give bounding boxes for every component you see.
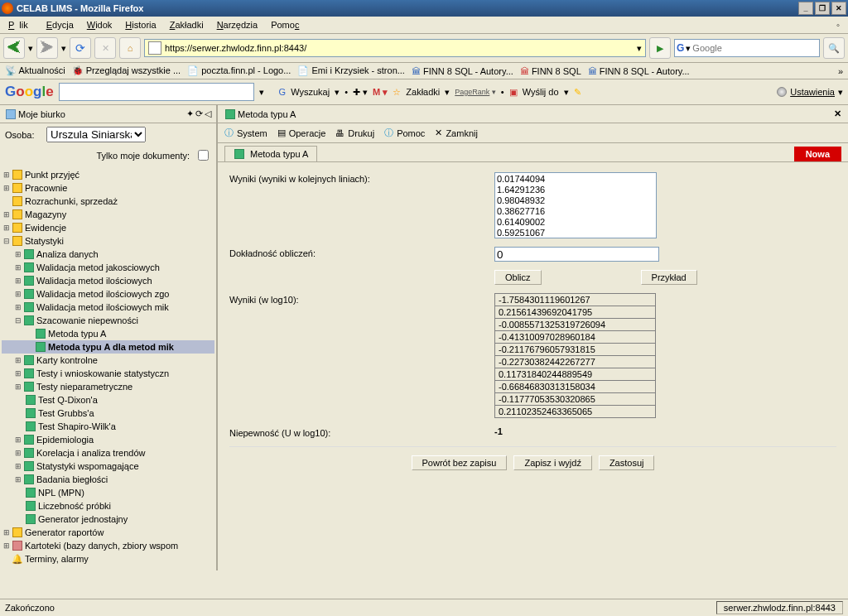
tree-statwsp[interactable]: Statystyki wspomagające <box>36 461 139 471</box>
tree-liczebnosc[interactable]: Liczebność próbki <box>38 501 111 511</box>
google-plus-icon[interactable]: ✚ ▾ <box>353 87 368 98</box>
bookmark-aktualnosci[interactable]: 📡 Aktualności <box>5 65 65 76</box>
oblicz-button[interactable]: Oblicz <box>494 270 542 285</box>
osoba-select[interactable]: Urszula Siniarska <box>46 127 146 142</box>
menu-narzedzia[interactable]: Narzędzia <box>212 18 263 31</box>
tree-metoda-a[interactable]: Metoda typu A <box>48 329 106 339</box>
tree-korelacja[interactable]: Korelacja i analiza trendów <box>36 448 145 458</box>
tylko-moje-label: Tylko moje dokumenty: <box>97 151 190 161</box>
menu-operacje[interactable]: ▤Operacje <box>277 128 326 138</box>
bookmarks-overflow-icon[interactable]: » <box>838 66 843 76</box>
tree-epi[interactable]: Epidemiologia <box>36 435 94 445</box>
bookmark-poczta[interactable]: 📄 poczta.finn.pl - Logo... <box>187 65 291 76</box>
przyklad-button[interactable]: Przykład <box>641 270 697 285</box>
settings-icon[interactable] <box>777 87 787 97</box>
tylko-moje-checkbox[interactable] <box>198 150 209 161</box>
tree-karty[interactable]: Karty kontrolne <box>36 355 98 365</box>
menu-more-icon[interactable]: ◦ <box>831 18 845 31</box>
bookmark-finn2[interactable]: 🏛 FINN 8 SQL <box>520 66 581 76</box>
sidebar-action2-icon[interactable]: ⟳ <box>195 108 203 119</box>
google-search-dropdown[interactable]: ▾ <box>259 87 264 98</box>
bookmark-przegladaj[interactable]: 🐞 Przeglądaj wszystkie ... <box>72 65 181 76</box>
tree-magazyny[interactable]: Magazyny <box>25 209 66 219</box>
google-search-icon[interactable]: G <box>279 87 287 97</box>
tree-ewidencje[interactable]: Ewidencje <box>25 223 66 233</box>
tree-badania[interactable]: Badania biegłości <box>36 474 108 484</box>
nowa-button[interactable]: Nowa <box>794 147 841 161</box>
tree-metoda-a-mik[interactable]: Metoda typu A dla metod mik <box>48 342 174 352</box>
go-button[interactable]: ▶ <box>649 37 671 59</box>
tree-grubbs[interactable]: Test Grubbs'a <box>38 408 94 418</box>
tree-kartoteki[interactable]: Kartoteki (bazy danych, zbiory wspom <box>25 541 178 551</box>
search-go-button[interactable]: 🔍 <box>823 37 845 59</box>
menu-system[interactable]: ⓘSystem <box>224 127 267 139</box>
wyszukaj-dropdown[interactable]: ▾ <box>335 87 340 98</box>
google-zakladki[interactable]: Zakładki <box>406 87 440 97</box>
tree-walidilos[interactable]: Walidacja metod ilościowych <box>36 276 152 286</box>
zapisz-button[interactable]: Zapisz i wyjdź <box>513 455 591 470</box>
content-close-icon[interactable]: ✕ <box>834 108 841 119</box>
tree-generator[interactable]: Generator jednostajny <box>38 514 128 524</box>
minimize-button[interactable]: _ <box>798 2 813 15</box>
sidebar-collapse-icon[interactable]: ◁ <box>205 108 211 119</box>
zakladki-dropdown[interactable]: ▾ <box>445 87 450 98</box>
bookmark-emi[interactable]: 📄 Emi i Krzysiek - stron... <box>297 65 405 76</box>
tree-terminy[interactable]: Terminy, alarmy <box>25 554 89 564</box>
back-dropdown[interactable]: ▾ <box>28 43 33 54</box>
google-wyszukaj[interactable]: Wyszukaj <box>291 87 330 97</box>
google-ustawienia[interactable]: Ustawienia <box>790 87 835 97</box>
maximize-button[interactable]: ❐ <box>815 2 830 15</box>
url-dropdown-icon[interactable]: ▾ <box>637 43 642 54</box>
wyniki-textarea[interactable]: 0.01744094 1.64291236 0.98048932 0.38627… <box>494 172 657 238</box>
dokladnosc-input[interactable] <box>494 247 659 262</box>
tree-walidilosm[interactable]: Walidacja metod ilościowych mik <box>36 302 169 312</box>
tree-rozrachunki[interactable]: Rozrachunki, sprzedaż <box>25 196 118 206</box>
back-button[interactable]: ⮜ <box>3 37 25 59</box>
google-star-icon[interactable]: ☆ <box>393 87 401 98</box>
menu-pomoc[interactable]: ⓘPomoc <box>384 127 425 139</box>
menu-zakladki[interactable]: Zakładki <box>165 18 209 31</box>
tree-dixon[interactable]: Test Q-Dixon'a <box>38 395 98 405</box>
sidebar-action1-icon[interactable]: ✦ <box>186 108 194 119</box>
pagerank-label[interactable]: PageRank <box>455 88 489 96</box>
google-wyslij[interactable]: Wyślij do <box>523 87 559 97</box>
menu-pomoc[interactable]: Pomoc <box>266 18 304 31</box>
menu-plik[interactable]: Plik <box>3 18 38 31</box>
reload-button[interactable]: ⟳ <box>70 37 91 59</box>
powrot-button[interactable]: Powrót bez zapisu <box>412 455 508 470</box>
url-bar[interactable]: https://serwer.zhwlodz.finn.pl:8443/ ▾ <box>144 39 646 57</box>
gmail-icon[interactable]: M ▾ <box>373 87 388 98</box>
zastosuj-button[interactable]: Zastosuj <box>599 455 655 470</box>
menu-drukuj[interactable]: 🖶Drukuj <box>335 128 374 138</box>
tree-testynp[interactable]: Testy nieparametryczne <box>36 382 132 392</box>
tree-analiza[interactable]: Analiza danych <box>36 249 99 259</box>
tree-walidjak[interactable]: Walidacja metod jakosciowych <box>36 262 160 272</box>
close-button[interactable]: ✕ <box>831 2 846 15</box>
tree-generatorr[interactable]: Generator raportów <box>25 527 104 537</box>
content-icon <box>224 109 236 119</box>
menu-edycja[interactable]: Edycja <box>41 18 79 31</box>
tree-shapiro[interactable]: Test Shapiro-Wilk'a <box>38 421 116 431</box>
tree-statystyki[interactable]: Statystyki <box>25 236 64 246</box>
ustawienia-dropdown[interactable]: ▾ <box>838 87 843 98</box>
search-input[interactable] <box>691 42 817 54</box>
tree-szacowanie[interactable]: Szacowanie niepewności <box>36 315 138 325</box>
highlight-icon[interactable]: ✎ <box>574 87 581 98</box>
tree-punkt[interactable]: Punkt przyjęć <box>25 170 80 180</box>
tab-metoda-a[interactable]: Metoda typu A <box>224 146 317 161</box>
tree-testystat[interactable]: Testy i wnioskowanie statystyczn <box>36 368 169 378</box>
tree-pracownie[interactable]: Pracownie <box>25 183 67 193</box>
bookmark-finn1[interactable]: 🏛 FINN 8 SQL - Autory... <box>412 66 513 76</box>
wyslij-dropdown[interactable]: ▾ <box>564 87 569 98</box>
forward-dropdown[interactable]: ▾ <box>61 43 66 54</box>
home-button[interactable]: ⌂ <box>119 37 141 59</box>
nav-tree[interactable]: ⊞Punkt przyjęć ⊞Pracownie Rozrachunki, s… <box>0 166 216 570</box>
tree-walidilosz[interactable]: Walidacja metod ilościowych zgo <box>36 289 169 299</box>
menu-zamknij[interactable]: ✕Zamknij <box>435 128 478 138</box>
search-engine-icon[interactable]: G <box>677 42 684 54</box>
tree-npl[interactable]: NPL (MPN) <box>38 488 84 498</box>
menu-widok[interactable]: Widok <box>82 18 118 31</box>
bookmark-finn3[interactable]: 🏛 FINN 8 SQL - Autory... <box>588 66 690 76</box>
google-search-input[interactable] <box>59 83 254 101</box>
menu-historia[interactable]: Historia <box>120 18 161 31</box>
